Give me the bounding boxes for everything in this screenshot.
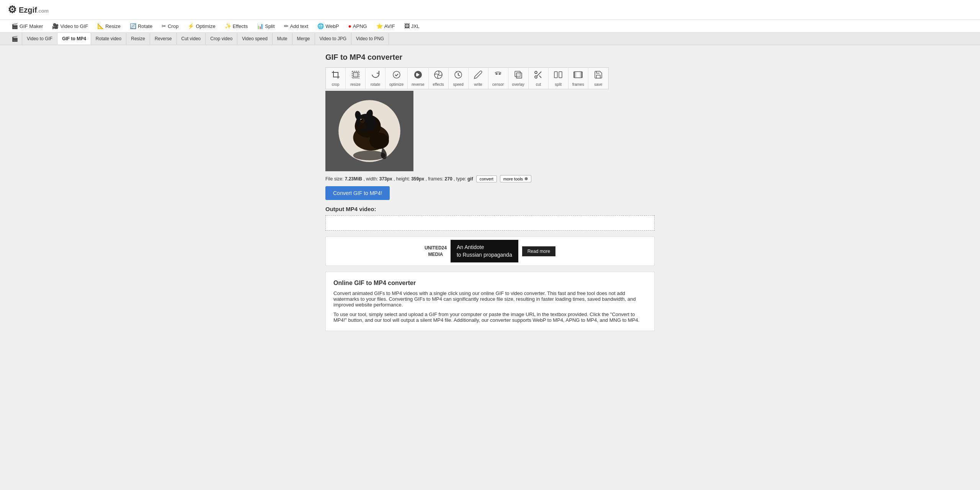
subnav-video-speed[interactable]: Video speed [237, 33, 273, 44]
convert-button[interactable]: Convert GIF to MP4! [325, 186, 390, 200]
avif-icon: ⭐ [376, 23, 383, 29]
convert-small-button[interactable]: convert [476, 175, 497, 182]
resize-tool-label: resize [350, 82, 361, 87]
censor-tool-icon [493, 70, 503, 82]
file-info: File size: 7.23MiB , width: 373px , heig… [325, 175, 655, 182]
rotate-tool-icon [371, 70, 380, 82]
header: ⚙ Ezgif.com [0, 0, 980, 20]
nav-avif[interactable]: ⭐AVIF [372, 20, 399, 32]
nav-avif-label: AVIF [384, 23, 395, 29]
logo-icon: ⚙ [8, 4, 16, 16]
subnav-reverse[interactable]: Reverse [150, 33, 177, 44]
tool-frames[interactable]: frames [568, 68, 588, 89]
nav-webp[interactable]: 🌐WebP [314, 20, 343, 32]
tool-reverse[interactable]: reverse [408, 68, 428, 89]
subnav-rotate-video[interactable]: Rotate video [91, 33, 126, 44]
subnav-gif-to-mp4[interactable]: GIF to MP4 [57, 33, 91, 44]
nav-optimize[interactable]: ⚡Optimize [184, 20, 219, 32]
subnav-video-to-png[interactable]: Video to PNG [351, 33, 389, 44]
tool-split[interactable]: split [549, 68, 568, 89]
nav-crop[interactable]: ✂Crop [158, 20, 182, 32]
svg-rect-15 [516, 73, 522, 78]
frames-value: 270 [445, 176, 452, 182]
description-paragraph-1: Convert animated GIFs to MP4 videos with… [333, 290, 647, 308]
tool-save[interactable]: save [588, 68, 608, 89]
webp-icon: 🌐 [317, 23, 324, 29]
cut-tool-icon [534, 70, 543, 82]
rotate-icon: 🔄 [130, 23, 136, 29]
gif-preview [337, 98, 402, 164]
description-section: Online GIF to MP4 converter Convert anim… [325, 272, 655, 331]
svg-rect-22 [574, 72, 582, 78]
svg-point-34 [361, 119, 362, 120]
subnav-merge[interactable]: Merge [292, 33, 315, 44]
nav-effects[interactable]: ✨Effects [221, 20, 252, 32]
file-size-prefix: File size: [325, 176, 343, 182]
overlay-tool-icon [514, 70, 523, 82]
tool-effects[interactable]: effects [429, 68, 449, 89]
output-title: Output MP4 video: [325, 206, 655, 212]
tool-censor[interactable]: censor [488, 68, 508, 89]
subnav-video-to-gif[interactable]: Video to GIF [22, 33, 57, 44]
apng-icon: ● [348, 23, 351, 29]
tool-write[interactable]: write [469, 68, 488, 89]
effects-tool-icon [434, 70, 443, 82]
crop-tool-label: crop [332, 82, 339, 87]
tool-rotate[interactable]: rotate [366, 68, 385, 89]
tool-crop[interactable]: crop [326, 68, 346, 89]
svg-point-2 [393, 71, 400, 78]
reverse-tool-label: reverse [412, 82, 424, 87]
nav-video-to-gif[interactable]: 🎥Video to GIF [48, 20, 92, 32]
svg-point-31 [358, 123, 367, 129]
more-tools-button[interactable]: more tools ⊕ [500, 175, 531, 182]
more-tools-label: more tools [503, 177, 523, 181]
gif-maker-icon: 🎬 [11, 23, 18, 29]
svg-point-38 [353, 151, 386, 161]
nav-webp-label: WebP [325, 23, 339, 29]
main-content: GIF to MP4 converter crop resize [318, 53, 662, 331]
logo-text: Ezgif.com [19, 5, 49, 15]
subnav: 🎬 Video to GIF GIF to MP4 Rotate video R… [0, 33, 980, 45]
nav-crop-label: Crop [168, 23, 178, 29]
speed-tool-icon [454, 70, 463, 82]
nav-rotate[interactable]: 🔄Rotate [126, 20, 156, 32]
subnav-crop-video[interactable]: Crop video [206, 33, 237, 44]
save-tool-icon [594, 70, 603, 82]
tool-optimize[interactable]: optimize [385, 68, 408, 89]
logo[interactable]: ⚙ Ezgif.com [8, 4, 49, 16]
svg-rect-23 [573, 72, 575, 77]
ad-read-more-button[interactable]: Read more [522, 246, 555, 256]
nav-apng[interactable]: ●APNG [344, 20, 371, 32]
tool-overlay[interactable]: overlay [508, 68, 529, 89]
svg-rect-21 [559, 72, 562, 78]
subnav-video-to-jpg[interactable]: Video to JPG [315, 33, 352, 44]
subnav-mute[interactable]: Mute [273, 33, 292, 44]
tool-cut[interactable]: cut [529, 68, 549, 89]
write-tool-icon [474, 70, 483, 82]
subnav-home-icon[interactable]: 🎬 [8, 33, 22, 45]
frames-label: , frames: [426, 176, 444, 182]
svg-rect-1 [353, 72, 358, 77]
nav-gif-maker[interactable]: 🎬GIF Maker [8, 20, 47, 32]
nav-jxl[interactable]: 🖼JXL [400, 20, 423, 32]
split-icon: 📊 [257, 23, 263, 29]
main-nav: 🎬GIF Maker 🎥Video to GIF 📐Resize 🔄Rotate… [0, 20, 980, 33]
subnav-cut-video[interactable]: Cut video [177, 33, 206, 44]
nav-optimize-label: Optimize [196, 23, 215, 29]
nav-add-text[interactable]: ✏Add text [280, 20, 312, 32]
nav-resize[interactable]: 📐Resize [93, 20, 124, 32]
file-size-value: 7.23MiB [345, 176, 362, 182]
tool-resize[interactable]: resize [346, 68, 366, 89]
height-label: , height: [394, 176, 410, 182]
nav-split[interactable]: 📊Split [253, 20, 278, 32]
svg-rect-5 [416, 73, 417, 76]
subnav-resize[interactable]: Resize [126, 33, 150, 44]
optimize-tool-label: optimize [389, 82, 403, 87]
tool-speed[interactable]: speed [449, 68, 469, 89]
nav-apng-label: APNG [353, 23, 367, 29]
optimize-tool-icon [392, 70, 401, 82]
write-tool-label: write [474, 82, 482, 87]
nav-rotate-label: Rotate [138, 23, 152, 29]
optimize-icon: ⚡ [188, 23, 194, 29]
split-tool-icon [554, 70, 563, 82]
